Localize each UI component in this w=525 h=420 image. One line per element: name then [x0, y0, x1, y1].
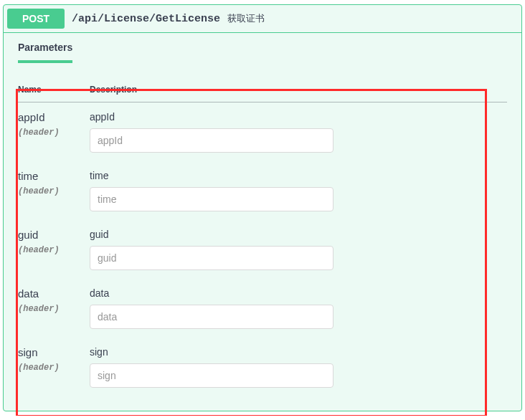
param-description: time	[90, 170, 507, 181]
param-name: guid	[18, 229, 90, 241]
param-in-label: (header)	[18, 128, 90, 138]
param-description: guid	[90, 229, 507, 240]
table-row: guid(header)guid	[18, 220, 507, 279]
endpoint-summary: 获取证书	[227, 12, 265, 25]
param-desc-cell: sign	[90, 338, 507, 396]
operation-block: POST /api/License/GetLicense 获取证书 Parame…	[3, 4, 522, 411]
param-input-time[interactable]	[90, 187, 334, 211]
param-name-cell: guid(header)	[18, 220, 90, 279]
param-input-appId[interactable]	[90, 128, 334, 153]
param-name: data	[18, 287, 90, 300]
table-header-description: Description	[90, 77, 507, 102]
table-row: data(header)data	[18, 279, 507, 338]
tab-header: Parameters	[4, 33, 521, 63]
param-description: data	[90, 287, 507, 299]
param-desc-cell: appId	[90, 102, 507, 162]
endpoint-path: /api/License/GetLicense	[72, 13, 220, 25]
tab-parameters[interactable]: Parameters	[18, 42, 72, 63]
param-desc-cell: guid	[90, 220, 507, 279]
table-row: appId(header)appId	[18, 102, 507, 162]
table-header-name: Name	[18, 77, 90, 102]
table-row: time(header)time	[18, 161, 507, 220]
param-in-label: (header)	[18, 363, 90, 373]
operation-summary-row[interactable]: POST /api/License/GetLicense 获取证书	[4, 5, 521, 33]
param-input-guid[interactable]	[90, 246, 334, 270]
param-in-label: (header)	[18, 245, 90, 255]
param-name: sign	[18, 346, 90, 358]
param-name-cell: time(header)	[18, 161, 90, 220]
param-name: time	[18, 170, 90, 182]
param-input-data[interactable]	[90, 305, 334, 329]
param-name-cell: sign(header)	[18, 338, 90, 396]
parameters-container: Name Description appId(header)appIdtime(…	[4, 63, 521, 411]
param-in-label: (header)	[18, 304, 90, 314]
param-input-sign[interactable]	[90, 363, 334, 388]
http-method-badge: POST	[7, 9, 65, 29]
table-row: sign(header)sign	[18, 338, 507, 396]
param-desc-cell: time	[90, 161, 507, 220]
param-desc-cell: data	[90, 279, 507, 338]
operation-body: Parameters Name Description appId(header…	[4, 33, 521, 411]
param-name-cell: data(header)	[18, 279, 90, 338]
param-name-cell: appId(header)	[18, 102, 90, 162]
param-description: appId	[90, 111, 507, 123]
param-name: appId	[18, 111, 90, 123]
param-description: sign	[90, 346, 507, 358]
param-in-label: (header)	[18, 186, 90, 196]
parameters-table: Name Description appId(header)appIdtime(…	[18, 77, 507, 396]
